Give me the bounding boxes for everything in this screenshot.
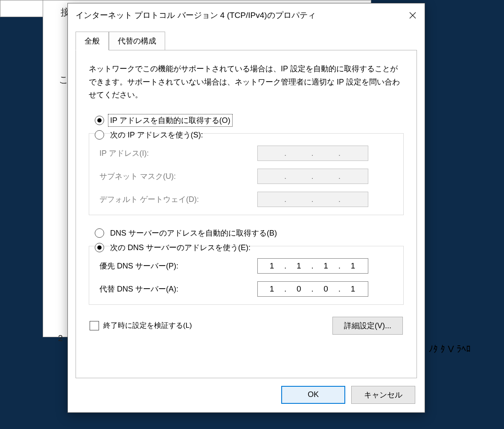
subnet-label: サブネット マスク(U):: [99, 171, 257, 181]
ip-fields-group: IP アドレス(I): . . . サブネット マスク(U): . . .: [89, 133, 404, 215]
dns-preferred-label: 優先 DNS サーバー(P):: [99, 261, 257, 271]
radio-ip-auto[interactable]: IP アドレスを自動的に取得する(O): [89, 114, 404, 126]
subnet-input: . . .: [257, 169, 368, 184]
gateway-label: デフォルト ゲートウェイ(D):: [99, 194, 257, 204]
dns-alternate-input[interactable]: 1. 0. 0. 1: [257, 281, 368, 297]
radio-dns-manual-label: 次の DNS サーバーのアドレスを使う(E):: [108, 242, 252, 254]
ipv4-properties-dialog: インターネット プロトコル バージョン 4 (TCP/IPv4)のプロパティ 全…: [67, 3, 425, 413]
close-icon: [409, 12, 416, 19]
field-ip-address: IP アドレス(I): . . .: [99, 146, 393, 161]
advanced-button[interactable]: 詳細設定(V)...: [332, 317, 403, 335]
radio-icon: [95, 243, 104, 252]
field-dns-preferred: 優先 DNS サーバー(P): 1. 1. 1. 1: [99, 258, 393, 274]
bg-right-text: ﾉﾀ ﾀ V ﾗﾍﾛ: [428, 344, 471, 355]
radio-dns-auto[interactable]: DNS サーバーのアドレスを自動的に取得する(B): [89, 227, 404, 239]
dialog-buttons: OK キャンセル: [68, 378, 425, 412]
validate-on-exit-label: 終了時に設定を検証する(L): [103, 321, 192, 330]
tabstrip: 全般 代替の構成: [76, 32, 417, 50]
gateway-input: . . .: [257, 192, 368, 207]
field-subnet: サブネット マスク(U): . . .: [99, 169, 393, 184]
ok-button[interactable]: OK: [281, 386, 345, 404]
bg-number: 2: [58, 333, 63, 343]
ip-address-input: . . .: [257, 146, 368, 161]
close-button[interactable]: [401, 7, 425, 24]
dns-preferred-input[interactable]: 1. 1. 1. 1: [257, 258, 368, 274]
radio-dns-auto-label: DNS サーバーのアドレスを自動的に取得する(B): [108, 227, 279, 239]
radio-icon: [95, 130, 104, 140]
cancel-button[interactable]: キャンセル: [351, 386, 415, 404]
tab-alternate[interactable]: 代替の構成: [109, 32, 165, 50]
radio-icon: [95, 228, 104, 238]
dns-alternate-label: 代替 DNS サーバー(A):: [99, 284, 257, 294]
tab-panel-general: ネットワークでこの機能がサポートされている場合は、IP 設定を自動的に取得するこ…: [76, 50, 417, 378]
titlebar: インターネット プロトコル バージョン 4 (TCP/IPv4)のプロパティ: [68, 3, 425, 27]
field-dns-alternate: 代替 DNS サーバー(A): 1. 0. 0. 1: [99, 281, 393, 297]
footer-row: 終了時に設定を検証する(L) 詳細設定(V)...: [89, 317, 404, 335]
dialog-title: インターネット プロトコル バージョン 4 (TCP/IPv4)のプロパティ: [76, 10, 401, 21]
radio-ip-manual-label: 次の IP アドレスを使う(S):: [108, 129, 205, 141]
tab-general[interactable]: 全般: [76, 32, 109, 50]
validate-on-exit-checkbox[interactable]: 終了時に設定を検証する(L): [90, 321, 192, 330]
checkbox-icon: [90, 321, 99, 330]
dns-fields-group: 優先 DNS サーバー(P): 1. 1. 1. 1 代替 DNS サーバー(A…: [89, 246, 404, 305]
radio-ip-auto-label: IP アドレスを自動的に取得する(O): [108, 114, 232, 126]
field-gateway: デフォルト ゲートウェイ(D): . . .: [99, 192, 393, 207]
radio-icon: [95, 116, 104, 125]
ip-address-label: IP アドレス(I):: [99, 148, 257, 158]
description-text: ネットワークでこの機能がサポートされている場合は、IP 設定を自動的に取得するこ…: [89, 62, 404, 102]
